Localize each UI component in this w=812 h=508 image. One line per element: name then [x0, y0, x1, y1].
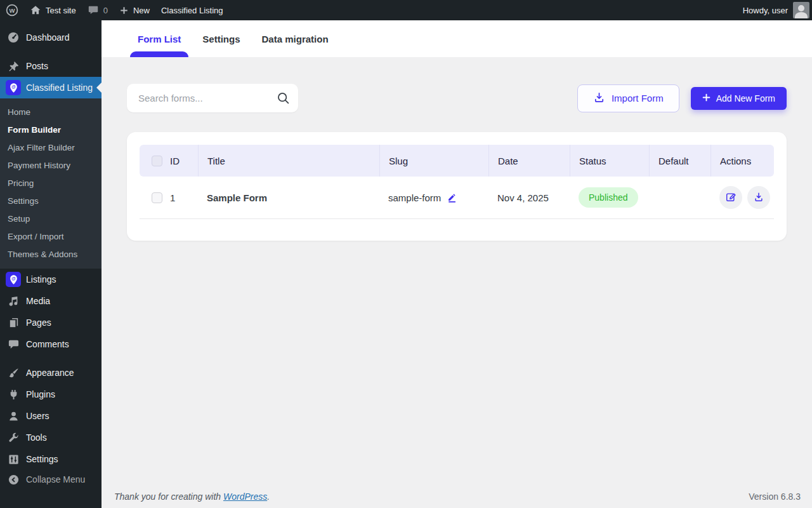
- appearance-icon: [6, 366, 21, 380]
- wordpress-logo-menu[interactable]: W: [0, 0, 24, 20]
- home-icon: [30, 4, 41, 16]
- admin-sidebar: Dashboard Posts @ Classified Listing Hom…: [0, 20, 102, 508]
- forms-table-card: ID Title Slug Date Status Default Action…: [127, 132, 787, 241]
- classified-listing-icon: @: [6, 81, 21, 95]
- tab-label: Settings: [202, 34, 240, 44]
- sidebar-item-label: Appearance: [26, 368, 74, 378]
- user-avatar: [793, 2, 809, 18]
- plus-icon: [119, 6, 129, 15]
- header-id: ID: [165, 156, 198, 166]
- site-name-link[interactable]: Test site: [24, 0, 82, 20]
- comments-shortcut[interactable]: 0: [82, 0, 114, 20]
- sidebar-item-label: Posts: [26, 61, 48, 71]
- user-account-menu[interactable]: Howdy, user: [737, 0, 812, 20]
- comment-bubble-icon: [88, 4, 99, 16]
- tools-icon: [6, 431, 21, 444]
- submenu-item-home[interactable]: Home: [0, 103, 102, 121]
- row-slug: sample-form: [388, 192, 441, 203]
- row-actions-cell: [710, 186, 774, 209]
- header-default: Default: [649, 145, 710, 177]
- main-content: Form List Settings Data migration Import…: [102, 20, 812, 508]
- admin-footer: Thank you for creating with WordPress. V…: [114, 491, 801, 502]
- submenu-label: Settings: [8, 196, 39, 206]
- sidebar-item-appearance[interactable]: Appearance: [0, 362, 102, 384]
- submenu-label: Form Builder: [8, 125, 61, 135]
- users-icon: [6, 409, 21, 423]
- select-all-checkbox[interactable]: [152, 156, 162, 166]
- svg-text:@: @: [11, 84, 16, 89]
- row-id: 1: [165, 192, 198, 203]
- wordpress-link[interactable]: WordPress: [223, 491, 267, 502]
- settings-icon: [6, 452, 21, 466]
- wordpress-logo-icon: W: [6, 4, 18, 17]
- submenu-label: Pricing: [8, 178, 34, 188]
- sidebar-item-dashboard[interactable]: Dashboard: [0, 27, 102, 48]
- collapse-menu-button[interactable]: Collapse Menu: [0, 469, 102, 490]
- header-slug: Slug: [379, 145, 488, 177]
- listings-icon: @: [6, 272, 21, 286]
- sidebar-item-tools[interactable]: Tools: [0, 427, 102, 448]
- plus-icon: [702, 93, 710, 104]
- row-title: Sample Form: [198, 192, 379, 203]
- submenu-item-pricing[interactable]: Pricing: [0, 174, 102, 192]
- add-new-form-button[interactable]: Add New Form: [691, 87, 787, 110]
- howdy-label: Howdy, user: [743, 6, 788, 15]
- search-icon[interactable]: [277, 91, 290, 107]
- sidebar-item-label: Comments: [26, 339, 69, 349]
- import-form-button[interactable]: Import Form: [577, 84, 679, 112]
- new-label: New: [133, 6, 150, 15]
- posts-icon: [6, 59, 21, 73]
- search-box: [127, 84, 298, 112]
- export-form-button[interactable]: [747, 186, 770, 209]
- dashboard-icon: [6, 30, 21, 44]
- header-title: Title: [198, 145, 379, 177]
- sidebar-item-settings[interactable]: Settings: [0, 448, 102, 470]
- current-page-label: Classified Listing: [161, 6, 223, 15]
- row-checkbox[interactable]: [152, 192, 162, 203]
- tab-settings[interactable]: Settings: [195, 20, 247, 57]
- search-input[interactable]: [127, 84, 298, 112]
- row-status-cell: Published: [570, 187, 649, 208]
- footer-thanks-text: Thank you for creating with: [114, 491, 223, 502]
- collapse-menu-label: Collapse Menu: [26, 474, 85, 485]
- sidebar-item-comments[interactable]: Comments: [0, 333, 102, 355]
- submenu-item-form-builder[interactable]: Form Builder: [0, 121, 102, 138]
- submenu-item-ajax-filter-builder[interactable]: Ajax Filter Builder: [0, 138, 102, 156]
- sidebar-item-label: Media: [26, 296, 50, 306]
- sidebar-item-label: Pages: [26, 318, 51, 328]
- sidebar-item-pages[interactable]: Pages: [0, 312, 102, 333]
- edit-icon: [725, 191, 737, 204]
- edit-form-button[interactable]: [719, 186, 742, 209]
- submenu-item-settings[interactable]: Settings: [0, 192, 102, 210]
- sidebar-item-listings[interactable]: @ Listings: [0, 269, 102, 290]
- status-badge: Published: [579, 187, 638, 208]
- sidebar-item-posts[interactable]: Posts: [0, 55, 102, 77]
- tab-data-migration[interactable]: Data migration: [254, 20, 336, 57]
- edit-slug-icon[interactable]: [446, 192, 457, 203]
- active-tab-indicator: [130, 51, 188, 57]
- submenu-item-setup[interactable]: Setup: [0, 210, 102, 227]
- sidebar-item-users[interactable]: Users: [0, 405, 102, 427]
- footer-thanks-period: .: [267, 491, 270, 502]
- submenu-item-export-import[interactable]: Export / Import: [0, 227, 102, 245]
- sidebar-item-label: Classified Listing: [26, 83, 93, 93]
- table-header-row: ID Title Slug Date Status Default Action…: [140, 145, 774, 177]
- submenu-label: Themes & Addons: [8, 250, 77, 259]
- header-actions: Actions: [710, 145, 774, 177]
- admin-bar: W Test site 0 New Classified Listing How…: [0, 0, 812, 20]
- tab-form-list[interactable]: Form List: [130, 20, 188, 57]
- import-form-label: Import Form: [612, 93, 664, 104]
- tab-label: Form List: [138, 34, 181, 44]
- submenu-label: Home: [8, 107, 30, 117]
- sidebar-item-media[interactable]: Media: [0, 290, 102, 312]
- submenu-item-payment-history[interactable]: Payment History: [0, 156, 102, 174]
- sidebar-item-plugins[interactable]: Plugins: [0, 384, 102, 405]
- pages-icon: [6, 316, 21, 330]
- admin-bar-current-page[interactable]: Classified Listing: [155, 0, 229, 20]
- submenu-item-themes-addons[interactable]: Themes & Addons: [0, 245, 102, 263]
- footer-version: Version 6.8.3: [749, 491, 801, 502]
- sidebar-item-classified-listing[interactable]: @ Classified Listing: [0, 77, 102, 98]
- new-content-menu[interactable]: New: [114, 0, 155, 20]
- footer-thanks: Thank you for creating with WordPress.: [114, 491, 270, 502]
- add-new-form-label: Add New Form: [716, 93, 775, 104]
